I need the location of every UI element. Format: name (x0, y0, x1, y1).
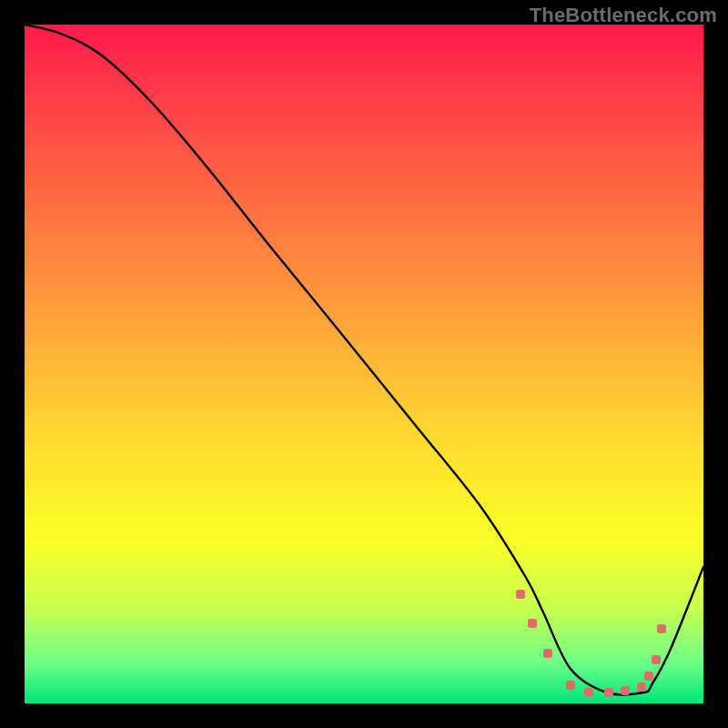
marker-dots (516, 590, 666, 697)
marker-dot (584, 688, 593, 697)
marker-dot (528, 619, 537, 628)
marker-dot (516, 590, 525, 599)
marker-dot (657, 624, 666, 633)
chart-frame: TheBottleneck.com (0, 0, 728, 728)
marker-dot (543, 649, 552, 658)
marker-dot (604, 688, 613, 697)
plot-area (25, 25, 703, 703)
watermark-text: TheBottleneck.com (530, 4, 717, 27)
bottleneck-curve (25, 25, 703, 694)
marker-dot (637, 682, 646, 692)
marker-dot (566, 681, 575, 690)
curve-layer (25, 25, 703, 703)
marker-dot (621, 686, 630, 695)
marker-dot (652, 655, 661, 664)
marker-dot (644, 672, 653, 681)
